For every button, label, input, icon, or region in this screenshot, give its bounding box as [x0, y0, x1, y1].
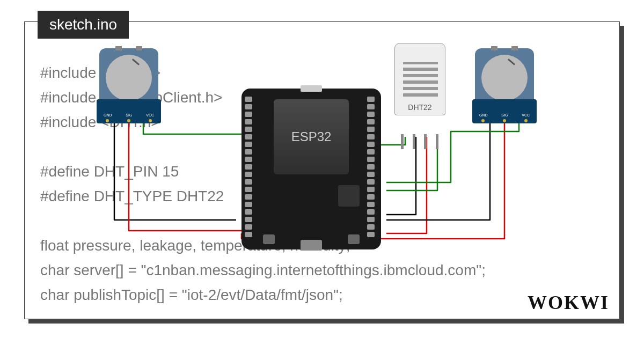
- circuit-canvas[interactable]: GND SIG VCC GND SIG VCC DHT22 E: [97, 48, 537, 263]
- wire-dht-vcc: [386, 137, 427, 233]
- esp32-board[interactable]: ESP32: [241, 89, 381, 249]
- pot-knob-icon[interactable]: [106, 55, 152, 101]
- potentiometer-1[interactable]: GND SIG VCC: [97, 48, 161, 123]
- dht22-sensor[interactable]: DHT22: [394, 43, 445, 134]
- wire-pot1-gnd: [114, 123, 236, 220]
- file-tab[interactable]: sketch.ino: [38, 11, 129, 39]
- esp32-button-right[interactable]: [348, 234, 360, 244]
- wire-pot1-sig: [143, 123, 247, 134]
- pot-knob-icon[interactable]: [481, 55, 528, 101]
- dht-label: DHT22: [395, 103, 445, 112]
- usb-port-icon: [301, 240, 322, 251]
- file-tab-label: sketch.ino: [49, 16, 117, 33]
- dht-grill-icon: [403, 62, 438, 100]
- potentiometer-2[interactable]: GND SIG VCC: [472, 48, 537, 123]
- esp32-shield-icon: ESP32: [274, 99, 349, 174]
- wokwi-logo: WOKWI: [528, 291, 609, 314]
- wire-pot1-vcc: [129, 123, 241, 231]
- esp32-button-left[interactable]: [263, 234, 275, 244]
- esp32-label: ESP32: [291, 129, 332, 144]
